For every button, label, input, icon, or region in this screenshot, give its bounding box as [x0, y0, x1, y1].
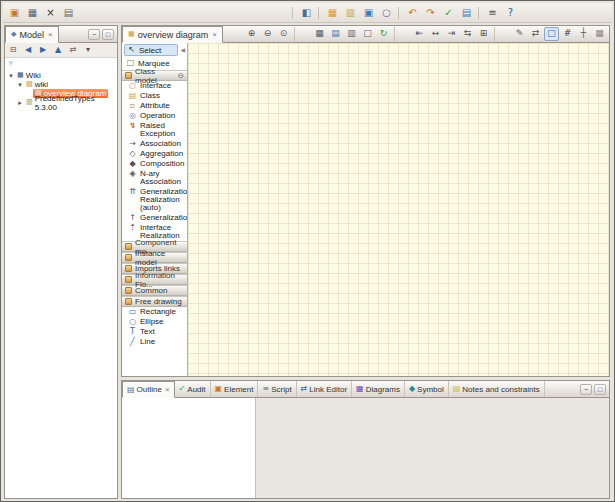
save-diagram-button[interactable]: ▦ [312, 27, 327, 41]
new-button[interactable]: ▣ [6, 5, 23, 21]
palette-item-label: Rectangle [140, 308, 176, 316]
refresh-button[interactable]: ↻ [376, 27, 391, 41]
tree-item-wiki-project[interactable]: ▾ ▦ Wiki [5, 71, 117, 80]
toolbar-separator[interactable] [398, 7, 401, 19]
palette-item-generalization[interactable]: ↑ Generalization [122, 213, 187, 223]
minimize-panel-button[interactable]: − [580, 384, 592, 395]
create-diagram-button[interactable]: ▦ [324, 5, 341, 21]
snap-to-grid-button[interactable]: ┼ [576, 27, 591, 41]
palette-tool-icon: ↖ [127, 46, 136, 54]
toolbar-separator[interactable] [294, 27, 309, 41]
undo-button[interactable]: ↶ [404, 5, 421, 21]
palette-drawer-instance-model[interactable]: Instance model [122, 252, 187, 263]
tab-model[interactable]: ◆ Model × [5, 26, 59, 43]
delete-button[interactable]: × [42, 5, 59, 21]
toolbar-separator[interactable] [318, 7, 321, 19]
tree-expander-icon[interactable]: ▾ [7, 72, 15, 80]
zoom-in-button[interactable]: ⊕ [244, 27, 259, 41]
palette-item-text[interactable]: T Text [122, 327, 187, 337]
palette-item-composition[interactable]: ◆ Composition [122, 159, 187, 169]
palette-item-operation[interactable]: ◎ Operation [122, 111, 187, 121]
align-right-button[interactable]: ⇥ [444, 27, 459, 41]
zoom-reset-button[interactable]: ⊙ [276, 27, 291, 41]
preferences-button[interactable]: ≡ [484, 5, 501, 21]
align-left-button[interactable]: ⇤ [412, 27, 427, 41]
print-button[interactable]: ▤ [60, 5, 77, 21]
tab-script[interactable]: ≡ Script [258, 381, 296, 397]
tab-audit[interactable]: ✓ Audit [175, 381, 211, 397]
palette-drawer-class-model[interactable]: Class model ⊖ [122, 70, 187, 81]
maximize-panel-button[interactable]: □ [594, 384, 606, 395]
palette-tool-select[interactable]: ↖ Select [124, 44, 178, 56]
palette-item-interface[interactable]: ○ Interface [122, 81, 187, 91]
match-size-button[interactable]: ⊞ [476, 27, 491, 41]
generate-report-button[interactable]: ▤ [458, 5, 475, 21]
check-model-button[interactable]: ✓ [440, 5, 457, 21]
distribute-button[interactable]: ⇆ [460, 27, 475, 41]
drawer-icon [125, 254, 132, 261]
palette-drawer-information-flow[interactable]: Information Flo... [122, 274, 187, 285]
save-button[interactable]: ▦ [24, 5, 41, 21]
edit-mode-button[interactable]: ✎ [512, 27, 527, 41]
view-menu-button[interactable]: ▾ [81, 44, 95, 57]
create-use-case-button[interactable]: ○ [378, 5, 395, 21]
collapse-drawer-icon[interactable]: ⊖ [177, 72, 184, 80]
toolbar-separator[interactable] [394, 27, 409, 41]
palette-item-class[interactable]: ▤ Class [122, 91, 187, 101]
tab-notes-and-constraints[interactable]: ▤ Notes and constraints [449, 381, 545, 397]
palette-drawer-free-drawing[interactable]: Free drawing [122, 296, 187, 307]
back-button[interactable]: ◀ [21, 44, 35, 57]
selection-mode-button[interactable]: □ [544, 27, 559, 41]
align-center-button[interactable]: ↔ [428, 27, 443, 41]
tab-diagrams[interactable]: ▦ Diagrams [352, 381, 405, 397]
switch-perspective-button[interactable]: ◧ [298, 5, 315, 21]
tab-element[interactable]: ▣ Element [211, 381, 259, 397]
palette-item-raised-exception[interactable]: ↯ Raised Exception [122, 121, 187, 139]
toolbar-separator[interactable] [292, 7, 295, 19]
show-links-button[interactable]: ⇄ [528, 27, 543, 41]
help-button[interactable]: ? [502, 5, 519, 21]
toolbar-separator[interactable] [494, 27, 509, 41]
outline-view-content[interactable] [122, 398, 256, 498]
close-tab-button[interactable]: × [165, 385, 170, 394]
tab-link-editor[interactable]: ⇄ Link Editor [297, 381, 353, 397]
tab-overview-diagram[interactable]: ▦ overview diagram × [122, 26, 223, 43]
tree-item-predefined-types[interactable]: ▸ ▥ PredefinedTypes 5.3.00 [5, 98, 117, 107]
link-with-editor-button[interactable]: ⇄ [66, 44, 80, 57]
close-editor-tab-button[interactable]: × [212, 30, 217, 39]
palette-item-line[interactable]: ╱ Line [122, 337, 187, 347]
palette-item-association[interactable]: → Association [122, 139, 187, 149]
collapse-all-button[interactable]: ⊟ [6, 44, 20, 57]
tree-item-wiki-package[interactable]: ▾ ▧ wiki [5, 80, 117, 89]
palette-item-aggregation[interactable]: ◇ Aggregation [122, 149, 187, 159]
diagram-palette: ◀ ↖ Select □ Marquee [122, 43, 188, 376]
print-diagram-button[interactable]: ▥ [344, 27, 359, 41]
tree-expander-icon[interactable]: ▸ [16, 99, 24, 107]
close-model-tab-button[interactable]: × [48, 30, 53, 39]
tab-symbol[interactable]: ◆ Symbol [405, 381, 449, 397]
create-class-button[interactable]: ▣ [360, 5, 377, 21]
up-button[interactable]: ▲ [51, 44, 65, 57]
palette-item-generalization-realization-auto[interactable]: ⇈ Generalizatio... Realization (auto) [122, 187, 187, 213]
redo-button[interactable]: ↷ [422, 5, 439, 21]
collapse-palette-button[interactable]: ◀ [180, 47, 185, 53]
show-grid-button[interactable]: # [560, 27, 575, 41]
tab-outline[interactable]: ▤ Outline × [122, 381, 175, 398]
palette-item-nary-association[interactable]: ◈ N-ary Association [122, 169, 187, 187]
maximize-panel-button[interactable]: □ [102, 29, 114, 40]
palette-item-ellipse[interactable]: ○ Ellipse [122, 317, 187, 327]
page-setup-button[interactable]: □ [360, 27, 375, 41]
minimize-panel-button[interactable]: − [88, 29, 100, 40]
export-image-button[interactable]: ▤ [328, 27, 343, 41]
toolbar-separator[interactable] [478, 7, 481, 19]
tree-expander-icon[interactable]: ▾ [16, 81, 24, 89]
palette-item-rectangle[interactable]: ▭ Rectangle [122, 307, 187, 317]
palette-item-icon: ○ [128, 318, 137, 326]
show-page-breaks-button[interactable]: ▦ [592, 27, 607, 41]
create-package-button[interactable]: ▥ [342, 5, 359, 21]
zoom-out-button[interactable]: ⊖ [260, 27, 275, 41]
filter-chevron-icon[interactable]: ▿ [9, 60, 13, 67]
diagram-canvas[interactable] [188, 43, 609, 376]
palette-item-attribute[interactable]: ▫ Attribute [122, 101, 187, 111]
forward-button[interactable]: ▶ [36, 44, 50, 57]
